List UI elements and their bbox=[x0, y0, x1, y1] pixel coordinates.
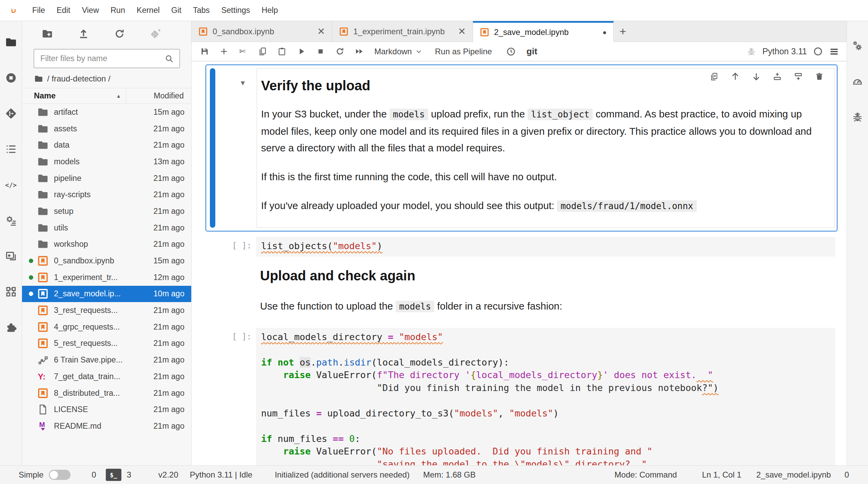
markdown-cell-upload-again[interactable]: Upload and check again Use the function … bbox=[256, 268, 847, 315]
paste-cells-button[interactable] bbox=[272, 47, 292, 56]
runtime-images-icon[interactable] bbox=[0, 238, 22, 274]
menu-view[interactable]: View bbox=[76, 6, 105, 15]
home-folder-icon[interactable] bbox=[34, 74, 43, 83]
language-server-status[interactable]: Initialized (additional servers needed) bbox=[275, 470, 410, 480]
schedule-clock-icon[interactable] bbox=[506, 47, 516, 56]
runtime-images-icon bbox=[5, 250, 17, 262]
file-row[interactable]: 0_sandbox.ipynb15m ago bbox=[22, 253, 191, 269]
tab-1_experiment_train.ipynb[interactable]: 1_experiment_train.ipynb✕ bbox=[332, 21, 473, 42]
cell-type-dropdown[interactable]: Markdown bbox=[374, 47, 422, 56]
file-row[interactable]: 2_save_model.ip...10m ago bbox=[22, 286, 191, 302]
file-row[interactable]: MREADME.md21m ago bbox=[22, 418, 191, 434]
running-kernels-icon[interactable] bbox=[0, 60, 22, 96]
git-version[interactable]: v2.20 bbox=[158, 470, 178, 480]
new-folder-icon[interactable] bbox=[42, 28, 53, 39]
menu-file[interactable]: File bbox=[26, 6, 51, 15]
git-panel-icon[interactable] bbox=[0, 96, 22, 131]
terminal-count[interactable]: 3 bbox=[127, 470, 131, 480]
file-browser-panel: / fraud-detection / Name ▲ Modified arti… bbox=[22, 21, 192, 465]
code-snippets-icon[interactable]: </> bbox=[0, 167, 22, 203]
insert-cell-below-button[interactable] bbox=[794, 72, 803, 81]
resource-usage-icon[interactable] bbox=[847, 63, 868, 99]
property-inspector-icon[interactable] bbox=[847, 28, 868, 63]
menu-help[interactable]: Help bbox=[256, 6, 284, 15]
file-row[interactable]: data21m ago bbox=[22, 137, 191, 153]
file-row[interactable]: LICENSE21m ago bbox=[22, 401, 191, 418]
git-button[interactable]: git bbox=[527, 46, 537, 57]
code-editor[interactable]: local_models_directory = "models" if not… bbox=[256, 328, 835, 466]
close-tab-icon[interactable]: ✕ bbox=[309, 26, 325, 37]
file-browser-icon[interactable] bbox=[0, 24, 22, 60]
extension-manager-icon[interactable] bbox=[0, 310, 22, 345]
file-row[interactable]: artifact15m ago bbox=[22, 104, 191, 120]
file-row[interactable]: 5_rest_requests...21m ago bbox=[22, 335, 191, 352]
markdown-cell-verify-upload[interactable]: ▾ Verify the upload In your S3 bucket, u… bbox=[205, 64, 837, 231]
delete-cell-button[interactable] bbox=[815, 72, 824, 81]
duplicate-cell-button[interactable] bbox=[710, 72, 719, 81]
file-row[interactable]: 4_grpc_requests...21m ago bbox=[22, 319, 191, 335]
kernel-name-button[interactable]: Python 3.11 bbox=[762, 46, 807, 56]
restart-run-all-button[interactable] bbox=[350, 47, 369, 56]
move-cell-up-button[interactable] bbox=[731, 72, 740, 81]
pipeline-components-icon[interactable] bbox=[0, 274, 22, 310]
file-row[interactable]: setup21m ago bbox=[22, 203, 191, 220]
save-button[interactable] bbox=[195, 47, 214, 56]
file-row[interactable]: models13m ago bbox=[22, 153, 191, 170]
breadcrumb[interactable]: / fraud-detection / bbox=[22, 68, 191, 87]
folder-file-icon bbox=[37, 139, 48, 151]
kernel-status-text[interactable]: Python 3.11 | Idle bbox=[190, 470, 253, 480]
insert-cell-above-button[interactable] bbox=[773, 72, 782, 81]
menu-run[interactable]: Run bbox=[105, 6, 131, 15]
move-cell-down-button[interactable] bbox=[752, 72, 761, 81]
file-filter-box[interactable] bbox=[34, 49, 180, 68]
interrupt-kernel-button[interactable] bbox=[311, 47, 330, 56]
insert-cell-button[interactable] bbox=[214, 47, 234, 56]
menu-edit[interactable]: Edit bbox=[51, 6, 76, 15]
open-tabs-count[interactable]: 0 bbox=[92, 470, 96, 480]
menu-kernel[interactable]: Kernel bbox=[131, 6, 165, 15]
notification-count[interactable]: 0 bbox=[845, 470, 849, 480]
menu-tabs[interactable]: Tabs bbox=[187, 6, 216, 15]
cell-collapser-icon[interactable]: ▾ bbox=[241, 78, 245, 88]
table-of-contents-icon[interactable] bbox=[0, 131, 22, 167]
file-filter-input[interactable] bbox=[40, 54, 164, 63]
column-header-modified[interactable]: Modified bbox=[126, 91, 191, 100]
file-row[interactable]: 3_rest_requests...21m ago bbox=[22, 302, 191, 319]
simple-mode-toggle[interactable] bbox=[49, 470, 71, 480]
main-area: </> / fraud-detection / Name ▲ Modified … bbox=[0, 21, 868, 465]
run-as-pipeline-button[interactable]: Run as Pipeline bbox=[435, 47, 492, 56]
debugger-bug-icon[interactable] bbox=[747, 47, 756, 56]
debugger-icon[interactable] bbox=[847, 99, 868, 135]
file-row[interactable]: 8_distributed_tra...21m ago bbox=[22, 385, 191, 402]
command-mode-indicator[interactable]: Mode: Command bbox=[614, 470, 677, 480]
new-tab-button[interactable]: + bbox=[614, 21, 632, 42]
toolbar-overflow-icon[interactable] bbox=[829, 46, 839, 57]
tab-0_sandbox.ipynb[interactable]: 0_sandbox.ipynb✕ bbox=[192, 21, 332, 42]
file-row[interactable]: pipeline21m ago bbox=[22, 170, 191, 187]
copy-cells-button[interactable] bbox=[253, 47, 272, 56]
terminal-icon[interactable]: $_ bbox=[106, 469, 121, 481]
unsaved-changes-dot[interactable]: ● bbox=[594, 29, 607, 36]
cut-cells-button[interactable]: ✄ bbox=[234, 47, 253, 56]
tab-2_save_model.ipynb[interactable]: 2_save_model.ipynb● bbox=[473, 21, 614, 42]
run-cell-button[interactable] bbox=[292, 47, 311, 56]
file-row[interactable]: 1_experiment_tr...12m ago bbox=[22, 269, 191, 286]
runtimes-icon[interactable] bbox=[0, 203, 22, 238]
file-row[interactable]: utils21m ago bbox=[22, 220, 191, 236]
file-row[interactable]: 6 Train Save.pipe...21m ago bbox=[22, 352, 191, 368]
column-header-name[interactable]: Name ▲ bbox=[22, 88, 126, 104]
upload-icon[interactable] bbox=[78, 28, 89, 39]
file-row[interactable]: Y:7_get_data_train...21m ago bbox=[22, 368, 191, 385]
code-cell-list-objects[interactable]: [ ]: list_objects("models") bbox=[205, 237, 837, 257]
menu-git[interactable]: Git bbox=[165, 6, 187, 15]
file-row[interactable]: assets21m ago bbox=[22, 120, 191, 137]
code-cell-upload-directory[interactable]: [ ]: local_models_directory = "models" i… bbox=[205, 328, 837, 466]
refresh-icon[interactable] bbox=[114, 28, 125, 39]
cursor-position[interactable]: Ln 1, Col 1 bbox=[702, 470, 741, 480]
close-tab-icon[interactable]: ✕ bbox=[449, 26, 466, 37]
restart-kernel-button[interactable] bbox=[330, 47, 350, 56]
menu-settings[interactable]: Settings bbox=[216, 6, 256, 15]
code-editor[interactable]: list_objects("models") bbox=[256, 237, 835, 257]
file-row[interactable]: ray-scripts21m ago bbox=[22, 186, 191, 203]
file-row[interactable]: workshop21m ago bbox=[22, 236, 191, 253]
